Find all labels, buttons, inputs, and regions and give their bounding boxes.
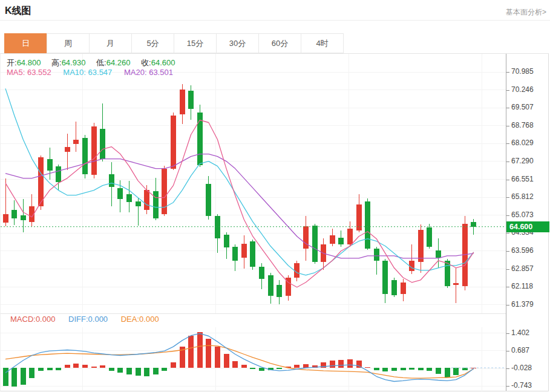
close-label: 收: — [141, 58, 151, 67]
dea-value: 0.000 — [139, 315, 159, 324]
price-axis: 64.600 70.98570.24669.50768.76868.02967.… — [506, 54, 549, 391]
tab-5分[interactable]: 5分 — [131, 33, 174, 53]
price-tick-dash — [506, 90, 509, 91]
tab-日[interactable]: 日 — [4, 33, 47, 53]
price-tick-dash — [506, 108, 509, 108]
candlestick-chart — [1, 54, 506, 313]
header-divider — [0, 20, 550, 21]
tab-月[interactable]: 月 — [89, 33, 132, 53]
ma5-value: 63.552 — [27, 68, 51, 77]
macd-tick-dash — [506, 368, 509, 369]
price-tick-dash — [506, 287, 509, 287]
price-tick-dash — [506, 305, 509, 305]
price-tick-label: 63.596 — [511, 246, 534, 255]
price-tick-dash — [506, 180, 509, 180]
ma-legend: MA5: 63.552 MA10: 63.547 MA20: 63.501 — [7, 68, 183, 77]
price-tick-label: 70.246 — [511, 85, 534, 94]
close-value: 64.600 — [151, 58, 175, 67]
tab-15分[interactable]: 15分 — [174, 33, 217, 53]
chart-region: 开:64.800 高:64.930 低:64.260 收:64.600 MA5:… — [0, 53, 549, 391]
tab-30分[interactable]: 30分 — [216, 33, 259, 53]
price-tick-label: 69.507 — [511, 103, 534, 111]
tab-60分[interactable]: 60分 — [258, 33, 301, 53]
high-label: 高: — [51, 58, 62, 67]
macd-value: 0.000 — [36, 315, 56, 324]
ma20-label: MA20: — [124, 68, 147, 77]
price-tick-dash — [506, 162, 509, 162]
current-price-badge: 64.600 — [506, 221, 549, 232]
low-label: 低: — [96, 58, 106, 67]
diff-value: 0.000 — [88, 315, 108, 324]
price-tick-label: 65.073 — [511, 211, 534, 219]
price-tick-label: 66.551 — [511, 175, 534, 183]
open-value: 64.800 — [17, 58, 41, 67]
price-tick-dash — [506, 233, 509, 234]
macd-tick-dash — [506, 386, 509, 387]
price-tick-dash — [506, 251, 509, 252]
ohlc-legend: 开:64.800 高:64.930 低:64.260 收:64.600 — [7, 57, 183, 68]
macd-tick-label: -0.028 — [511, 364, 532, 372]
tab-周[interactable]: 周 — [47, 33, 90, 53]
macd-tick-label: -0.743 — [511, 381, 532, 390]
open-label: 开: — [7, 58, 17, 67]
macd-tick-label: 1.402 — [511, 328, 529, 337]
low-value: 64.260 — [106, 58, 131, 67]
ma20-value: 63.501 — [149, 68, 173, 77]
kline-app: K线图 基本面分析> 日周月5分15分30分60分4时 开:64.800 高:6… — [0, 0, 550, 392]
price-tick-label: 62.857 — [511, 264, 534, 273]
macd-label: MACD: — [10, 315, 36, 324]
price-tick-dash — [506, 215, 509, 216]
price-tick-label: 61.379 — [511, 300, 534, 309]
period-tabstrip: 日周月5分15分30分60分4时 — [5, 33, 344, 53]
high-value: 64.930 — [62, 58, 86, 67]
macd-tick-dash — [506, 333, 509, 334]
price-tick-dash — [506, 72, 509, 73]
price-tick-dash — [506, 197, 509, 198]
price-tick-label: 68.768 — [511, 121, 534, 129]
macd-chart — [1, 327, 506, 392]
tab-4时[interactable]: 4时 — [301, 33, 344, 53]
diff-label: DIFF: — [68, 315, 88, 324]
macd-tick-dash — [506, 351, 509, 351]
price-tick-dash — [506, 126, 509, 126]
ma5-label: MA5: — [7, 68, 25, 77]
price-tick-label: 70.985 — [511, 67, 534, 76]
price-tick-label: 65.812 — [511, 192, 534, 201]
price-tick-label: 67.290 — [511, 157, 534, 165]
ma10-value: 63.547 — [88, 68, 113, 77]
price-tick-dash — [506, 269, 509, 270]
page-title: K线图 — [5, 5, 31, 18]
price-tick-label: 62.118 — [511, 282, 533, 290]
macd-tick-label: 0.687 — [511, 346, 529, 354]
price-tick-dash — [506, 143, 509, 144]
panel-separator — [1, 313, 506, 314]
fundamental-analysis-link[interactable]: 基本面分析> — [506, 7, 546, 18]
dea-label: DEA: — [121, 315, 139, 324]
macd-legend: MACD:0.000 DIFF:0.000 DEA:0.000 — [10, 315, 170, 324]
ma10-label: MA10: — [63, 68, 86, 77]
price-tick-label: 68.029 — [511, 139, 534, 147]
